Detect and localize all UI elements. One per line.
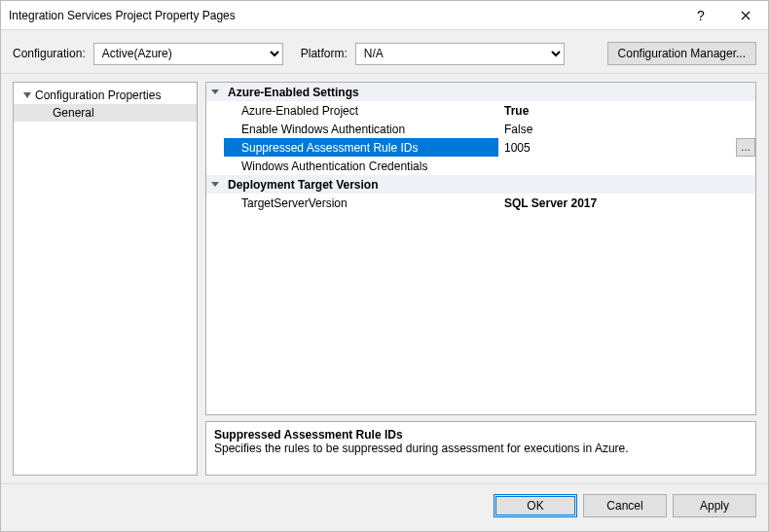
config-dropdown[interactable]: Active(Azure) [93, 43, 283, 65]
property-grid: Azure-Enabled Settings Azure-Enabled Pro… [205, 82, 756, 415]
prop-value[interactable]: 1005 … [498, 138, 755, 157]
prop-value[interactable]: SQL Server 2017 [498, 194, 755, 212]
description-text: Specifies the rules to be suppressed dur… [214, 442, 748, 455]
body-area: Configuration Properties General Azure-E… [1, 74, 768, 483]
prop-name: Enable Windows Authentication [224, 120, 498, 138]
prop-target-server-version[interactable]: TargetServerVersion SQL Server 2017 [206, 194, 755, 212]
description-title: Suppressed Assessment Rule IDs [214, 428, 748, 442]
platform-label: Platform: [301, 47, 348, 60]
category-label: Deployment Target Version [224, 175, 498, 194]
tree-item-general[interactable]: General [14, 104, 197, 122]
prop-name: Windows Authentication Credentials [224, 157, 498, 175]
right-column: Azure-Enabled Settings Azure-Enabled Pro… [205, 82, 756, 476]
category-deployment-target[interactable]: Deployment Target Version [206, 175, 755, 194]
chevron-down-icon[interactable] [211, 89, 219, 94]
browse-button[interactable]: … [736, 138, 755, 157]
category-azure-settings[interactable]: Azure-Enabled Settings [206, 83, 755, 101]
prop-suppressed-rule-ids[interactable]: Suppressed Assessment Rule IDs 1005 … [206, 138, 755, 157]
prop-name: Azure-Enabled Project [224, 101, 498, 120]
prop-name: TargetServerVersion [224, 194, 498, 212]
ok-button[interactable]: OK [494, 494, 577, 517]
window-title: Integration Services Project Property Pa… [9, 9, 678, 22]
config-manager-button[interactable]: Configuration Manager... [607, 42, 756, 65]
prop-azure-enabled-project[interactable]: Azure-Enabled Project True [206, 101, 755, 120]
apply-button[interactable]: Apply [673, 494, 756, 517]
close-icon [741, 11, 751, 20]
chevron-down-icon[interactable] [211, 182, 219, 187]
prop-windows-auth-credentials[interactable]: Windows Authentication Credentials [206, 157, 755, 175]
titlebar: Integration Services Project Property Pa… [1, 1, 768, 30]
prop-value[interactable]: True [498, 101, 755, 120]
tree-item-configuration-properties[interactable]: Configuration Properties [14, 87, 197, 104]
close-button[interactable] [723, 1, 768, 30]
platform-dropdown[interactable]: N/A [355, 43, 565, 65]
description-panel: Suppressed Assessment Rule IDs Specifies… [205, 421, 756, 476]
nav-tree[interactable]: Configuration Properties General [13, 82, 198, 476]
prop-name: Suppressed Assessment Rule IDs [224, 138, 498, 157]
prop-value[interactable] [498, 157, 755, 175]
cancel-button[interactable]: Cancel [583, 494, 667, 517]
tree-child-label: General [53, 106, 94, 120]
help-button[interactable]: ? [678, 1, 723, 30]
expand-icon[interactable] [23, 92, 31, 98]
prop-enable-windows-auth[interactable]: Enable Windows Authentication False [206, 120, 755, 138]
tree-root-label: Configuration Properties [35, 89, 161, 102]
config-label: Configuration: [13, 47, 86, 60]
config-bar: Configuration: Active(Azure) Platform: N… [1, 30, 768, 74]
category-label: Azure-Enabled Settings [224, 83, 498, 101]
dialog-window: Integration Services Project Property Pa… [0, 0, 769, 532]
prop-value[interactable]: False [498, 120, 755, 138]
footer: OK Cancel Apply [1, 483, 768, 531]
